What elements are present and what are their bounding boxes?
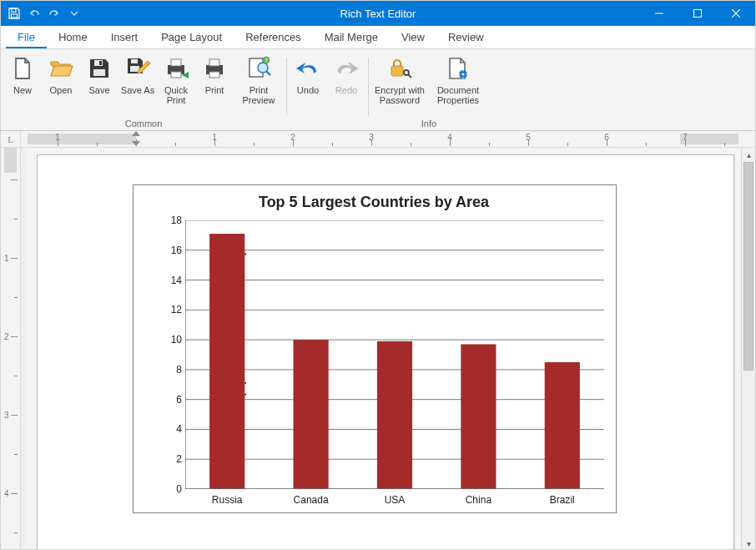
quick-print-icon bbox=[161, 54, 191, 83]
open-folder-icon bbox=[46, 54, 76, 83]
new-file-icon bbox=[8, 54, 38, 83]
window-titlebar: Rich Text Editor bbox=[1, 1, 755, 26]
tab-page-layout[interactable]: Page Layout bbox=[149, 27, 234, 48]
undo-arrow-icon bbox=[293, 54, 323, 83]
print-preview-icon: ? bbox=[244, 54, 274, 83]
quick-print-button[interactable]: Quick Print bbox=[158, 53, 194, 107]
svg-rect-17 bbox=[209, 72, 219, 78]
lock-key-icon bbox=[385, 54, 415, 83]
print-label: Print bbox=[205, 85, 224, 105]
save-label: Save bbox=[88, 85, 109, 105]
hruler-num: 6 bbox=[604, 133, 609, 142]
open-label: Open bbox=[50, 85, 73, 105]
chart-x-tick: China bbox=[449, 494, 507, 506]
tab-home[interactable]: Home bbox=[47, 27, 99, 48]
maximize-button[interactable] bbox=[678, 1, 717, 26]
encrypt-label: Encrypt with Password bbox=[372, 85, 427, 105]
svg-rect-8 bbox=[99, 61, 102, 65]
ribbon-tabs: File Home Insert Page Layout References … bbox=[1, 26, 755, 49]
redo-icon[interactable] bbox=[48, 7, 61, 20]
chart-y-tick: 16 bbox=[162, 245, 182, 256]
save-button[interactable]: Save bbox=[81, 53, 118, 107]
svg-rect-9 bbox=[131, 59, 138, 63]
save-as-icon bbox=[123, 54, 153, 83]
svg-rect-23 bbox=[391, 66, 403, 76]
chart-frame[interactable]: Top 5 Largest Countries by Area Total ar… bbox=[133, 184, 617, 513]
new-button[interactable]: New bbox=[4, 53, 41, 107]
ruler-corner: L bbox=[1, 131, 21, 147]
svg-rect-13 bbox=[171, 72, 181, 78]
svg-rect-12 bbox=[171, 59, 181, 66]
document-area: 1234 Top 5 Largest Countries by Area Tot… bbox=[1, 148, 755, 550]
page-viewport: Top 5 Largest Countries by Area Total ar… bbox=[25, 148, 741, 550]
redo-arrow-icon bbox=[331, 54, 361, 83]
tab-review[interactable]: Review bbox=[436, 27, 496, 48]
vruler-num: 2 bbox=[4, 332, 9, 341]
encrypt-button[interactable]: Encrypt with Password bbox=[371, 53, 428, 107]
scroll-down-button[interactable]: ▾ bbox=[742, 537, 755, 550]
group-history-label bbox=[290, 119, 365, 130]
tab-file[interactable]: File bbox=[6, 27, 47, 48]
save-as-label: Save As bbox=[121, 85, 154, 105]
svg-rect-7 bbox=[93, 69, 105, 76]
group-info-label: Info bbox=[371, 119, 486, 130]
tab-insert[interactable]: Insert bbox=[99, 27, 150, 48]
hruler-num: 4 bbox=[447, 133, 452, 142]
horizontal-ruler[interactable]: L 11234567 bbox=[1, 131, 755, 148]
document-page[interactable]: Top 5 Largest Countries by Area Total ar… bbox=[37, 154, 734, 550]
chart-y-tick: 0 bbox=[162, 483, 182, 495]
undo-icon[interactable] bbox=[28, 7, 41, 20]
svg-rect-0 bbox=[12, 9, 16, 13]
save-as-button[interactable]: Save As bbox=[119, 53, 156, 107]
ribbon-group-common: New Open Save Save As bbox=[1, 53, 286, 130]
qat-dropdown-icon[interactable] bbox=[68, 7, 81, 20]
close-button[interactable] bbox=[717, 1, 755, 26]
hruler-num: 1 bbox=[55, 133, 60, 142]
ribbon: New Open Save Save As bbox=[1, 49, 755, 131]
chart-y-tick: 8 bbox=[162, 364, 182, 376]
chart-x-tick: Brazil bbox=[533, 494, 592, 506]
hruler-num: 5 bbox=[526, 133, 531, 142]
print-icon bbox=[199, 54, 229, 83]
chart-x-tick: Russia bbox=[198, 494, 256, 506]
hruler-num: 2 bbox=[290, 133, 295, 142]
tab-view[interactable]: View bbox=[390, 27, 436, 48]
chart-plot-area bbox=[185, 220, 604, 489]
redo-label: Redo bbox=[335, 85, 357, 105]
tab-mail-merge[interactable]: Mail Merge bbox=[313, 27, 390, 48]
open-button[interactable]: Open bbox=[43, 53, 79, 107]
vruler-num: 1 bbox=[4, 254, 9, 263]
scroll-up-button[interactable]: ▴ bbox=[742, 148, 755, 162]
chart-y-tick: 4 bbox=[162, 423, 182, 435]
save-icon[interactable] bbox=[8, 7, 21, 20]
new-label: New bbox=[13, 85, 32, 105]
print-preview-button[interactable]: ? Print Preview bbox=[234, 53, 283, 107]
doc-properties-button[interactable]: Document Properties bbox=[430, 53, 486, 107]
undo-button[interactable]: Undo bbox=[290, 53, 326, 107]
svg-text:?: ? bbox=[265, 58, 268, 63]
svg-rect-1 bbox=[12, 14, 18, 18]
print-button[interactable]: Print bbox=[196, 53, 233, 107]
minimize-button[interactable] bbox=[640, 1, 678, 26]
svg-rect-3 bbox=[694, 10, 702, 18]
hruler-num: 7 bbox=[683, 133, 688, 142]
chart-x-tick: Canada bbox=[282, 494, 340, 506]
vertical-scrollbar[interactable]: ▴ ▾ bbox=[741, 148, 755, 550]
chart-bar bbox=[294, 340, 329, 489]
chart-bar bbox=[545, 362, 580, 489]
svg-point-26 bbox=[462, 73, 465, 76]
chart-y-tick: 2 bbox=[162, 453, 182, 465]
chart-y-tick: 10 bbox=[162, 334, 182, 346]
scroll-thumb[interactable] bbox=[743, 162, 753, 371]
chart-title: Top 5 Largest Countries by Area bbox=[140, 194, 607, 211]
quick-print-label: Quick Print bbox=[159, 85, 194, 105]
hruler-num: 3 bbox=[369, 133, 374, 142]
chart-y-tick: 14 bbox=[162, 275, 182, 286]
vruler-num: 3 bbox=[4, 411, 9, 420]
window-buttons bbox=[640, 1, 755, 26]
print-preview-label: Print Preview bbox=[235, 85, 282, 105]
tab-references[interactable]: References bbox=[234, 27, 312, 48]
chart-x-tick: USA bbox=[365, 494, 424, 506]
vruler-num: 4 bbox=[4, 489, 9, 498]
vertical-ruler[interactable]: 1234 bbox=[1, 148, 21, 550]
